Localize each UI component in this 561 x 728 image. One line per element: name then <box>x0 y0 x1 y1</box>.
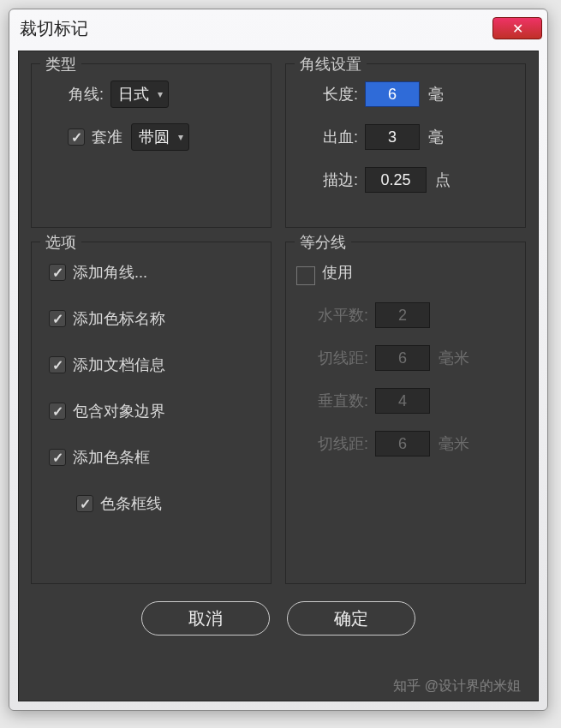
vert-gap-label: 切线距: <box>296 433 368 454</box>
group-legend: 类型 <box>40 54 81 75</box>
option-checkbox[interactable] <box>49 310 66 327</box>
group-divider: 等分线 使用 水平数: 切线距: 毫米 垂直数: <box>285 242 526 584</box>
vert-count-label: 垂直数: <box>296 391 368 411</box>
cancel-button[interactable]: 取消 <box>141 601 270 636</box>
length-input[interactable] <box>365 81 420 107</box>
option-row: 添加色标名称 <box>42 304 260 333</box>
group-legend: 角线设置 <box>295 54 367 75</box>
registration-checkbox[interactable] <box>68 128 85 146</box>
watermark-text: 知乎 @设计界的米姐 <box>393 677 521 695</box>
close-icon: ✕ <box>512 21 523 37</box>
option-checkbox[interactable] <box>49 264 66 281</box>
bleed-label: 出血: <box>296 127 358 147</box>
corner-style-value: 日式 <box>118 84 149 104</box>
option-row: 色条框线 <box>42 489 260 518</box>
length-label: 长度: <box>296 84 358 104</box>
horiz-count-label: 水平数: <box>296 305 368 325</box>
option-checkbox[interactable] <box>49 356 66 373</box>
option-checkbox[interactable] <box>49 403 66 420</box>
registration-select[interactable]: 带圆 ▾ <box>131 123 189 151</box>
option-row: 添加角线... <box>42 258 260 287</box>
registration-value: 带圆 <box>139 127 170 147</box>
ok-button[interactable]: 确定 <box>287 601 415 636</box>
vert-gap-input <box>375 431 430 456</box>
stroke-label: 描边: <box>296 170 358 190</box>
option-checkbox[interactable] <box>76 495 93 512</box>
registration-label: 套准 <box>92 127 122 147</box>
chevron-down-icon: ▾ <box>158 88 163 100</box>
group-corner-settings: 角线设置 长度: 毫 出血: 毫 描边: 点 <box>285 63 526 228</box>
group-options: 选项 添加角线...添加色标名称添加文档信息包含对象边界添加色条框色条框线 <box>31 242 272 584</box>
option-row: 包含对象边界 <box>42 397 260 426</box>
length-unit: 毫 <box>428 84 444 104</box>
bleed-input[interactable] <box>365 124 420 150</box>
use-checkbox[interactable] <box>296 266 315 285</box>
option-label: 包含对象边界 <box>73 401 165 421</box>
option-label: 添加色条框 <box>73 447 150 468</box>
button-row: 取消 确定 <box>31 601 526 636</box>
option-row: 添加文档信息 <box>42 350 260 379</box>
group-legend: 选项 <box>40 232 81 253</box>
horiz-gap-input <box>375 345 430 371</box>
bleed-unit: 毫 <box>428 127 444 147</box>
corner-style-select[interactable]: 日式 ▾ <box>110 81 169 108</box>
horiz-gap-label: 切线距: <box>296 348 368 368</box>
top-grid: 类型 角线: 日式 ▾ 套准 带圆 ▾ <box>31 63 526 584</box>
vert-count-input <box>375 388 430 414</box>
group-type: 类型 角线: 日式 ▾ 套准 带圆 ▾ <box>31 63 272 228</box>
dialog-window: 裁切标记 ✕ 类型 角线: 日式 ▾ 套准 带 <box>9 9 548 711</box>
group-legend: 等分线 <box>295 232 351 253</box>
option-row: 添加色条框 <box>42 443 260 472</box>
gap-unit2: 毫米 <box>439 433 469 454</box>
option-checkbox[interactable] <box>49 449 66 466</box>
titlebar: 裁切标记 ✕ <box>9 9 547 47</box>
option-label: 添加文档信息 <box>73 355 165 375</box>
option-label: 添加色标名称 <box>73 308 165 329</box>
gap-unit: 毫米 <box>439 348 469 368</box>
window-title: 裁切标记 <box>20 17 492 40</box>
dialog-body: 类型 角线: 日式 ▾ 套准 带圆 ▾ <box>18 51 539 701</box>
close-button[interactable]: ✕ <box>492 17 542 39</box>
stroke-unit: 点 <box>435 170 451 190</box>
stroke-input[interactable] <box>365 167 427 193</box>
option-label: 色条框线 <box>100 493 162 514</box>
corner-label: 角线: <box>42 84 104 104</box>
horiz-count-input <box>375 302 430 328</box>
use-label: 使用 <box>322 262 353 283</box>
option-label: 添加角线... <box>73 262 147 283</box>
chevron-down-icon: ▾ <box>178 131 183 143</box>
